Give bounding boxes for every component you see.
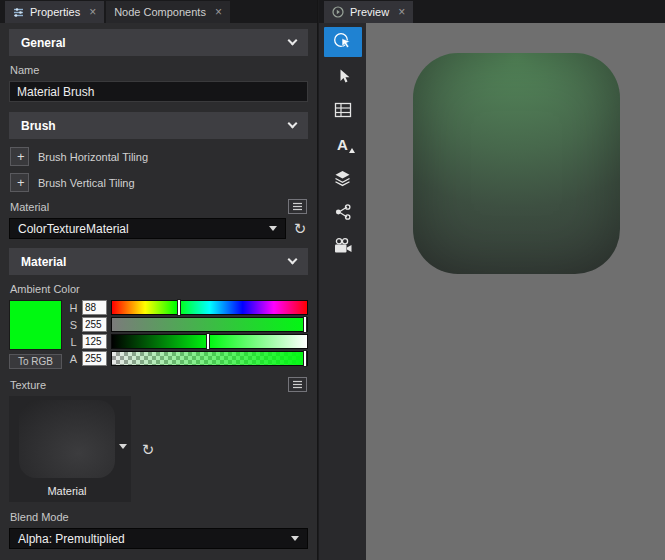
name-input[interactable] xyxy=(9,81,308,102)
table-icon xyxy=(334,102,352,118)
alpha-slider[interactable] xyxy=(111,351,308,366)
section-header-material[interactable]: Material xyxy=(9,248,308,275)
tab-properties-label: Properties xyxy=(30,6,80,18)
camera-tool-button[interactable] xyxy=(324,231,362,261)
slider-marker[interactable] xyxy=(178,300,180,315)
preview-viewport[interactable] xyxy=(366,23,665,560)
property-label: Brush Horizontal Tiling xyxy=(38,151,148,163)
brush-horizontal-tiling-row: + Brush Horizontal Tiling xyxy=(10,147,308,166)
edit-texture-button[interactable] xyxy=(288,377,307,392)
properties-panel: General Name Brush + Brush Horizontal Ti… xyxy=(0,23,317,560)
chevron-down-icon[interactable] xyxy=(119,444,127,449)
properties-pane: Properties × Node Components × General N… xyxy=(0,0,318,560)
to-rgb-button[interactable]: To RGB xyxy=(9,354,62,369)
hue-channel-row: H xyxy=(69,300,308,315)
texture-thumbnail[interactable] xyxy=(19,400,115,478)
text-tool-icon: A xyxy=(337,136,348,153)
chevron-down-icon xyxy=(288,255,298,265)
table-tool-button[interactable] xyxy=(324,95,362,125)
reset-icon[interactable]: ↻ xyxy=(292,221,308,236)
brush-vertical-tiling-row: + Brush Vertical Tiling xyxy=(10,173,308,192)
tab-preview[interactable]: Preview × xyxy=(324,1,413,23)
chevron-down-icon xyxy=(291,536,299,541)
color-swatch[interactable] xyxy=(9,300,62,350)
layers-icon xyxy=(333,169,352,187)
ambient-color-label: Ambient Color xyxy=(10,283,308,295)
channel-key: L xyxy=(69,336,78,348)
section-title: Brush xyxy=(21,119,56,133)
material-label: Material xyxy=(10,201,49,213)
channel-key: S xyxy=(69,319,78,331)
material-dropdown[interactable]: ColorTextureMaterial xyxy=(9,218,286,239)
alpha-value-input[interactable] xyxy=(82,351,107,366)
alpha-channel-row: A xyxy=(69,351,308,366)
material-dropdown-row: ColorTextureMaterial ↻ xyxy=(9,218,308,239)
slider-marker[interactable] xyxy=(207,334,209,349)
camera-icon xyxy=(333,237,353,255)
arrow-cursor-icon xyxy=(334,67,352,85)
texture-label: Texture xyxy=(10,379,46,391)
chevron-down-icon xyxy=(288,36,298,46)
texture-preview-box[interactable]: Material xyxy=(9,396,131,502)
close-icon[interactable]: × xyxy=(398,6,405,18)
tab-properties[interactable]: Properties × xyxy=(5,1,104,23)
lightness-channel-row: L xyxy=(69,334,308,349)
reset-icon[interactable]: ↻ xyxy=(140,442,156,457)
edit-material-button[interactable] xyxy=(288,199,307,214)
blend-mode-dropdown[interactable]: Alpha: Premultiplied xyxy=(9,528,308,549)
channel-key: A xyxy=(69,353,78,365)
preview-toolbar: A xyxy=(319,23,366,560)
application-window: Properties × Node Components × General N… xyxy=(0,0,665,560)
text-tool-button[interactable]: A xyxy=(324,129,362,159)
lightness-value-input[interactable] xyxy=(82,334,107,349)
interact-tool-button[interactable] xyxy=(324,27,362,57)
left-tabbar: Properties × Node Components × xyxy=(0,0,317,23)
texture-label-row: Texture xyxy=(10,377,307,392)
interact-cursor-icon xyxy=(333,32,353,52)
tab-node-components-label: Node Components xyxy=(114,6,206,18)
lightness-slider[interactable] xyxy=(111,334,308,349)
close-icon[interactable]: × xyxy=(215,6,222,18)
select-tool-button[interactable] xyxy=(324,61,362,91)
section-header-brush[interactable]: Brush xyxy=(9,112,308,139)
material-brush-preview xyxy=(413,53,620,274)
saturation-value-input[interactable] xyxy=(82,317,107,332)
color-editor: To RGB H S L xyxy=(9,300,308,369)
add-property-button[interactable]: + xyxy=(10,147,29,166)
close-icon[interactable]: × xyxy=(89,6,96,18)
blend-mode-label: Blend Mode xyxy=(10,511,308,523)
section-header-general[interactable]: General xyxy=(9,29,308,56)
play-circle-icon xyxy=(332,6,344,18)
saturation-channel-row: S xyxy=(69,317,308,332)
channel-key: H xyxy=(69,302,78,314)
hue-slider[interactable] xyxy=(111,300,308,315)
material-label-row: Material xyxy=(10,199,307,214)
slider-marker[interactable] xyxy=(304,317,306,332)
section-title: Material xyxy=(21,255,66,269)
name-label: Name xyxy=(10,64,308,76)
chevron-down-icon xyxy=(269,226,277,231)
material-dropdown-value: ColorTextureMaterial xyxy=(18,222,129,236)
tab-node-components[interactable]: Node Components × xyxy=(106,1,230,23)
blend-mode-value: Alpha: Premultiplied xyxy=(18,532,125,546)
texture-row: Material ↻ xyxy=(9,396,308,502)
tab-preview-label: Preview xyxy=(350,6,389,18)
caret-icon xyxy=(349,148,355,153)
texture-caption: Material xyxy=(47,485,86,497)
layers-tool-button[interactable] xyxy=(324,163,362,193)
node-graph-icon xyxy=(334,203,352,221)
slider-marker[interactable] xyxy=(304,351,306,366)
property-label: Brush Vertical Tiling xyxy=(38,177,135,189)
chevron-down-icon xyxy=(288,119,298,129)
right-tabbar: Preview × xyxy=(319,0,665,23)
section-title: General xyxy=(21,36,66,50)
saturation-slider[interactable] xyxy=(111,317,308,332)
properties-icon xyxy=(13,7,24,18)
add-property-button[interactable]: + xyxy=(10,173,29,192)
connections-tool-button[interactable] xyxy=(324,197,362,227)
hue-value-input[interactable] xyxy=(82,300,107,315)
preview-pane: Preview × xyxy=(319,0,665,560)
